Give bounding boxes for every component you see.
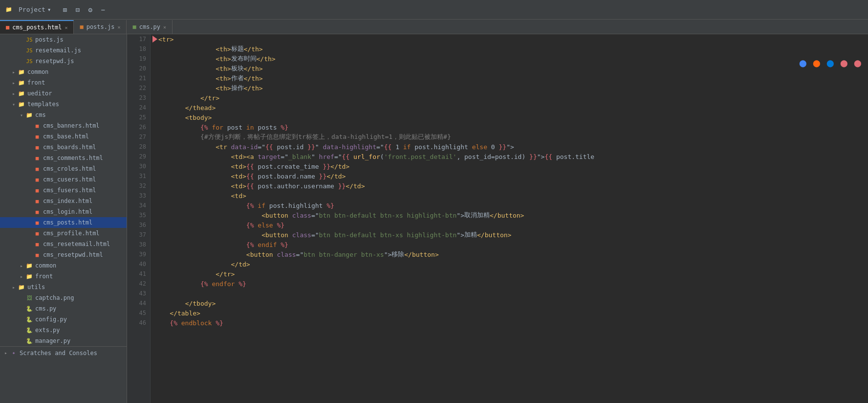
sidebar-item-templates[interactable]: 📁 templates bbox=[0, 99, 127, 110]
tab-cms-posts-html[interactable]: ■ cms_posts.html ✕ bbox=[0, 20, 74, 34]
tab-close-posts-js[interactable]: ✕ bbox=[117, 24, 120, 30]
sidebar-item-cms-profile[interactable]: ■ cms_profile.html bbox=[0, 228, 127, 239]
project-dropdown-arrow[interactable]: ▾ bbox=[47, 6, 51, 13]
py-icon-exts: 🐍 bbox=[25, 326, 33, 334]
project-label: Project ▾ bbox=[19, 6, 51, 13]
tab-html-icon: ■ bbox=[6, 24, 9, 31]
label-cms-croles: cms_croles.html bbox=[43, 165, 96, 172]
tab-posts-js[interactable]: ■ posts.js ✕ bbox=[74, 20, 127, 34]
settings-icon[interactable]: ⚙ bbox=[86, 5, 95, 15]
sidebar-item-exts-py[interactable]: 🐍 exts.py bbox=[0, 325, 127, 336]
layout-icon[interactable]: ⊟ bbox=[73, 5, 83, 15]
code-editor[interactable]: 17 18 19 20 21 22 23 24 25 26 27 28 29 3… bbox=[127, 34, 868, 403]
sidebar-item-cms-login[interactable]: ■ cms_login.html bbox=[0, 206, 127, 217]
line-num-17: 17 bbox=[131, 34, 146, 44]
arrow-front bbox=[10, 79, 18, 87]
line-num-31: 31 bbox=[131, 171, 146, 181]
line-num-19: 19 bbox=[131, 54, 146, 64]
sidebar-item-utils[interactable]: 📁 utils bbox=[0, 282, 127, 292]
sidebar-item-config-py[interactable]: 🐍 config.py bbox=[0, 314, 127, 325]
label-front2: front bbox=[35, 273, 53, 280]
png-icon-captcha: 🖼 bbox=[25, 294, 33, 302]
code-line-33: <td> bbox=[154, 191, 868, 201]
firefox-icon[interactable]: ⬤ bbox=[811, 58, 822, 68]
label-cms-resetemail: cms_resetemail.html bbox=[43, 241, 110, 247]
label-captcha: captcha.png bbox=[35, 294, 74, 301]
sidebar-item-front[interactable]: 📁 front bbox=[0, 77, 127, 88]
tab-label-cms-py: cms.py bbox=[139, 23, 160, 30]
sidebar-item-posts-js[interactable]: JS posts.js bbox=[0, 34, 127, 45]
sidebar-item-resetemail[interactable]: JS resetemail.js bbox=[0, 45, 127, 56]
opera-icon[interactable]: ⬤ bbox=[852, 58, 863, 68]
sidebar-item-cms-py[interactable]: 🐍 cms.py bbox=[0, 303, 127, 314]
html-icon-comments: ■ bbox=[33, 154, 41, 162]
folder-icon-utils: 📁 bbox=[18, 283, 25, 291]
sidebar: JS posts.js JS resetemail.js JS resetpwd… bbox=[0, 34, 127, 403]
sidebar-item-common2[interactable]: 📁 common bbox=[0, 260, 127, 271]
sidebar-item-captcha[interactable]: 🖼 captcha.png bbox=[0, 292, 127, 303]
sidebar-item-cms-resetpwd[interactable]: ■ cms_resetpwd.html bbox=[0, 249, 127, 260]
line-num-41: 41 bbox=[131, 269, 146, 279]
label-ueditor: ueditor bbox=[27, 90, 52, 97]
html-icon-boards: ■ bbox=[33, 143, 41, 151]
structure-icon[interactable]: ⊞ bbox=[60, 5, 70, 15]
line-num-22: 22 bbox=[131, 83, 146, 93]
arrow-cms-folder bbox=[18, 111, 25, 119]
folder-icon-templates: 📁 bbox=[18, 100, 25, 108]
line-num-46: 46 bbox=[131, 318, 146, 328]
sidebar-item-cms-posts-selected[interactable]: ■ cms_posts.html bbox=[0, 217, 127, 228]
code-line-19: <th>发布时间</th> bbox=[154, 54, 868, 64]
html-icon-login: ■ bbox=[33, 208, 41, 216]
code-line-41: </tr> bbox=[154, 269, 868, 279]
label-cms-folder: cms bbox=[35, 112, 46, 118]
sidebar-item-cms-comments[interactable]: ■ cms_comments.html bbox=[0, 153, 127, 163]
line-num-32: 32 bbox=[131, 181, 146, 191]
arrow-front2 bbox=[18, 272, 25, 280]
line-num-30: 30 bbox=[131, 161, 146, 171]
edge-icon[interactable]: ⬤ bbox=[825, 58, 836, 68]
label-cms-cusers: cms_cusers.html bbox=[43, 176, 96, 183]
sidebar-item-front2[interactable]: 📁 front bbox=[0, 271, 127, 282]
code-lines: <tr> <th>标题</th> <th>发布时间</th> <th>板块< bbox=[151, 34, 868, 403]
sidebar-item-cms-fusers[interactable]: ■ cms_fusers.html bbox=[0, 185, 127, 196]
code-line-30: <td>{{ post.create_time }}</td> bbox=[154, 161, 868, 171]
sidebar-item-cms-base[interactable]: ■ cms_base.html bbox=[0, 131, 127, 142]
minimize-icon[interactable]: − bbox=[98, 5, 108, 15]
sidebar-item-manager-py[interactable]: 🐍 manager.py bbox=[0, 336, 127, 346]
folder-icon-cms: 📁 bbox=[25, 111, 33, 119]
sidebar-item-cms-index[interactable]: ■ cms_index.html bbox=[0, 196, 127, 206]
sidebar-item-common[interactable]: 📁 common bbox=[0, 67, 127, 77]
label-manager-py: manager.py bbox=[35, 337, 70, 344]
chrome-icon[interactable]: ⬤ bbox=[798, 58, 808, 68]
scratches-and-consoles[interactable]: ✦ Scratches and Consoles bbox=[0, 346, 127, 359]
label-cms-index: cms_index.html bbox=[43, 198, 92, 204]
html-icon-resetpwd: ■ bbox=[33, 251, 41, 259]
tab-cms-py[interactable]: ■ cms.py ✕ bbox=[127, 20, 173, 34]
label-utils: utils bbox=[27, 284, 45, 291]
folder-icon-common2: 📁 bbox=[25, 262, 33, 269]
arrow-ueditor bbox=[10, 90, 18, 97]
sidebar-item-cms-cusers[interactable]: ■ cms_cusers.html bbox=[0, 174, 127, 185]
label-common: common bbox=[27, 68, 48, 75]
folder-icon-front2: 📁 bbox=[25, 272, 33, 280]
tab-close-cms-py[interactable]: ✕ bbox=[163, 24, 166, 30]
tab-close-cms-posts[interactable]: ✕ bbox=[65, 25, 67, 30]
sidebar-item-ueditor[interactable]: 📁 ueditor bbox=[0, 88, 127, 99]
code-line-38: {% endif %} bbox=[154, 240, 868, 249]
code-line-31: <td>{{ post.board.name }}</td> bbox=[154, 171, 868, 181]
code-line-18: <th>标题</th> bbox=[154, 44, 868, 54]
label-cms-boards: cms_boards.html bbox=[43, 144, 96, 151]
sidebar-item-cms-folder[interactable]: 📁 cms bbox=[0, 110, 127, 120]
html-icon-cusers: ■ bbox=[33, 176, 41, 183]
label-cms-comments: cms_comments.html bbox=[43, 155, 103, 161]
sidebar-item-cms-resetemail[interactable]: ■ cms_resetemail.html bbox=[0, 239, 127, 249]
label-cms-posts: cms_posts.html bbox=[43, 219, 92, 226]
sidebar-item-cms-boards[interactable]: ■ cms_boards.html bbox=[0, 142, 127, 153]
line-num-44: 44 bbox=[131, 298, 146, 308]
label-front: front bbox=[27, 79, 45, 86]
code-line-43 bbox=[154, 289, 868, 298]
sidebar-item-cms-croles[interactable]: ■ cms_croles.html bbox=[0, 163, 127, 174]
sidebar-item-resetpwd[interactable]: JS resetpwd.js bbox=[0, 56, 127, 67]
ie-icon[interactable]: ⬤ bbox=[839, 58, 849, 68]
sidebar-item-cms-banners[interactable]: ■ cms_banners.html bbox=[0, 120, 127, 131]
